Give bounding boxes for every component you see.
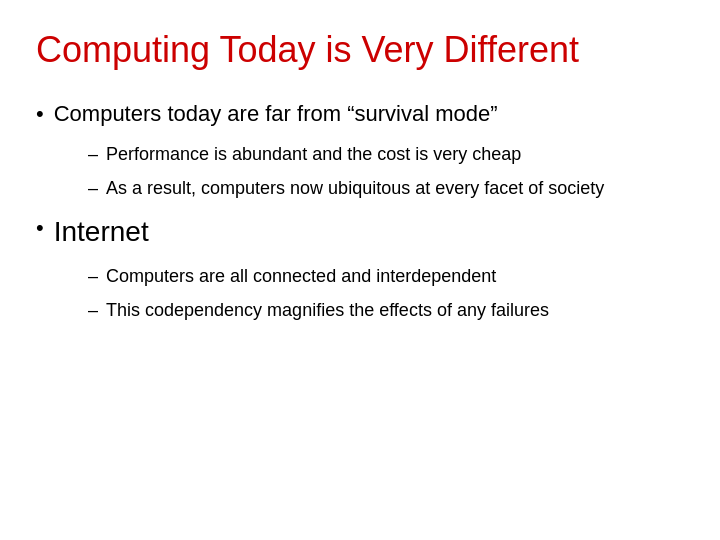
- sub-performance: – Performance is abundant and the cost i…: [88, 141, 684, 167]
- dash-3: –: [88, 263, 98, 289]
- dash-1: –: [88, 141, 98, 167]
- sub-codependency-text: This codependency magnifies the effects …: [106, 297, 549, 323]
- bullet-computers: • Computers today are far from “survival…: [36, 99, 684, 129]
- sub-connected: – Computers are all connected and interd…: [88, 263, 684, 289]
- bullet-dot-2: •: [36, 215, 44, 241]
- bullet-computers-text: Computers today are far from “survival m…: [54, 99, 498, 129]
- sub-connected-text: Computers are all connected and interdep…: [106, 263, 496, 289]
- slide: Computing Today is Very Different • Comp…: [0, 0, 720, 540]
- dash-4: –: [88, 297, 98, 323]
- slide-title: Computing Today is Very Different: [36, 28, 684, 71]
- bullet-internet: • Internet: [36, 213, 684, 251]
- sub-performance-text: Performance is abundant and the cost is …: [106, 141, 521, 167]
- sub-result-text: As a result, computers now ubiquitous at…: [106, 175, 604, 201]
- bullet-dot-1: •: [36, 101, 44, 127]
- sub-codependency: – This codependency magnifies the effect…: [88, 297, 684, 323]
- dash-2: –: [88, 175, 98, 201]
- bullet-internet-text: Internet: [54, 213, 149, 251]
- sub-result: – As a result, computers now ubiquitous …: [88, 175, 684, 201]
